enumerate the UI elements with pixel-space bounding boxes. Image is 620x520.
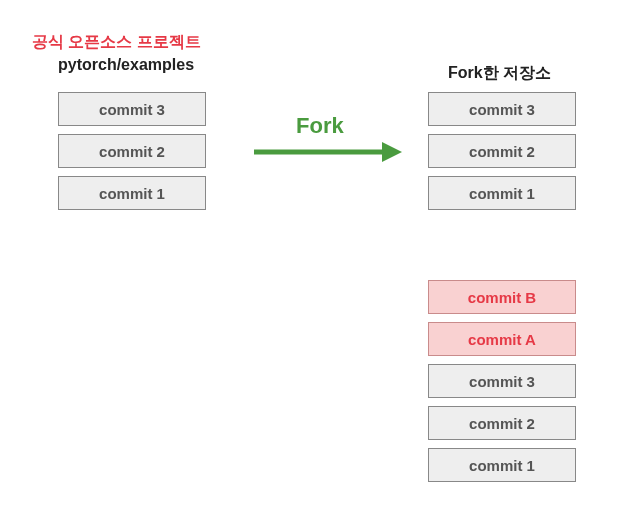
fork-label: Fork	[296, 113, 344, 139]
right-bottom-commit: commit 1	[428, 448, 576, 482]
svg-marker-1	[382, 142, 402, 162]
left-title-black: pytorch/examples	[58, 56, 194, 74]
right-bottom-commit-new: commit B	[428, 280, 576, 314]
right-bottom-commit: commit 3	[428, 364, 576, 398]
fork-arrow-icon	[254, 140, 404, 164]
left-commit: commit 1	[58, 176, 206, 210]
right-top-commit: commit 2	[428, 134, 576, 168]
right-top-commit: commit 1	[428, 176, 576, 210]
right-title-black: Fork한 저장소	[448, 63, 551, 84]
left-commit: commit 2	[58, 134, 206, 168]
left-commit: commit 3	[58, 92, 206, 126]
right-bottom-commit-new: commit A	[428, 322, 576, 356]
left-title-red: 공식 오픈소스 프로젝트	[32, 32, 201, 53]
right-top-commit: commit 3	[428, 92, 576, 126]
right-bottom-commit: commit 2	[428, 406, 576, 440]
